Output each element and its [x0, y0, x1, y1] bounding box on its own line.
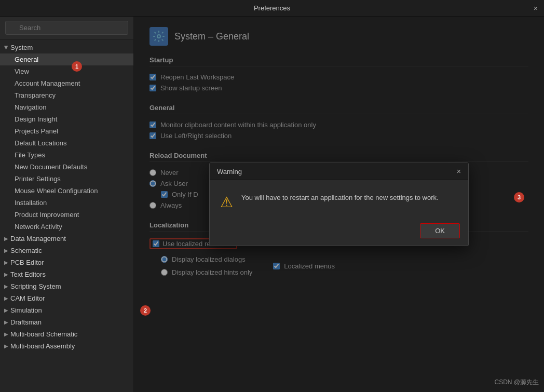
watermark: CSDN @源先生 [494, 378, 539, 387]
content-area: System – General Startup Reopen Last Wor… [134, 17, 544, 392]
sidebar-group-header-schematic[interactable]: ▶ Schematic [0, 245, 133, 256]
sidebar-group-simulation: ▶ Simulation [0, 304, 133, 316]
arrow-icon: ▶ [4, 295, 8, 301]
arrow-icon: ▶ [4, 319, 8, 325]
sidebar-group-pcb-editor: ▶ PCB Editor [0, 256, 133, 268]
dialog-overlay: Warning × ⚠ You will have to restart an … [134, 17, 544, 392]
sidebar-group-items-system: General View Account Management Transpar… [0, 53, 133, 233]
sidebar-content: ▶ System General View Account Management… [0, 39, 133, 392]
sidebar-group-header-cam[interactable]: ▶ CAM Editor [0, 292, 133, 304]
sidebar-item-installation[interactable]: Installation [0, 197, 133, 209]
dialog-footer: OK [210, 219, 468, 246]
sidebar-item-printer-settings[interactable]: Printer Settings [0, 173, 133, 185]
sidebar-group-header-system[interactable]: ▶ System [0, 42, 133, 53]
sidebar-group-label-scripting: Scripting System [10, 282, 61, 290]
dialog-ok-button[interactable]: OK [420, 223, 460, 238]
sidebar-group-label-schematic: Schematic [10, 247, 42, 254]
sidebar-item-product-improvement[interactable]: Product Improvement [0, 209, 133, 221]
sidebar-group-label-draftsman: Draftsman [10, 318, 42, 326]
badge-3: 3 [514, 192, 524, 202]
sidebar-group-label-cam: CAM Editor [10, 294, 45, 302]
search-wrapper: 🔍 [5, 21, 128, 35]
sidebar: 🔍 ▶ System General View Account Manageme… [0, 17, 134, 392]
sidebar-group-header-draftsman[interactable]: ▶ Draftsman [0, 316, 133, 328]
arrow-icon: ▶ [4, 236, 8, 241]
dialog-close-button[interactable]: × [457, 167, 461, 175]
sidebar-item-new-document-defaults[interactable]: New Document Defaults [0, 161, 133, 173]
sidebar-group-header-pcb-editor[interactable]: ▶ PCB Editor [0, 256, 133, 268]
sidebar-group-header-multiboard-assembly[interactable]: ▶ Multi-board Assembly [0, 340, 133, 352]
main-layout: 🔍 ▶ System General View Account Manageme… [0, 17, 544, 392]
search-input[interactable] [5, 21, 128, 35]
sidebar-group-label-simulation: Simulation [10, 306, 42, 314]
sidebar-item-network-activity[interactable]: Network Activity [0, 221, 133, 233]
arrow-icon: ▶ [4, 283, 8, 289]
dialog-title-bar: Warning × [210, 163, 468, 180]
search-box: 🔍 [0, 17, 133, 39]
dialog-body: ⚠ You will have to restart an applicatio… [210, 180, 468, 219]
sidebar-group-header-scripting[interactable]: ▶ Scripting System [0, 280, 133, 292]
window-close-button[interactable]: × [534, 4, 538, 12]
arrow-icon: ▶ [4, 248, 8, 253]
arrow-icon: ▶ [4, 331, 8, 337]
sidebar-group-scripting: ▶ Scripting System [0, 280, 133, 292]
arrow-icon: ▶ [4, 260, 8, 265]
sidebar-group-label-system: System [10, 44, 33, 51]
sidebar-item-file-types[interactable]: File Types [0, 149, 133, 161]
sidebar-group-label-text-editors: Text Editors [10, 271, 46, 278]
sidebar-item-account-management[interactable]: Account Management [0, 77, 133, 89]
sidebar-item-view[interactable]: View [0, 65, 133, 77]
warning-icon: ⚠ [220, 194, 233, 211]
sidebar-group-draftsman: ▶ Draftsman [0, 316, 133, 328]
sidebar-item-design-insight[interactable]: Design Insight [0, 113, 133, 125]
sidebar-item-transparency[interactable]: Transparency [0, 89, 133, 101]
sidebar-group-schematic: ▶ Schematic [0, 245, 133, 256]
sidebar-group-system: ▶ System General View Account Management… [0, 42, 133, 233]
badge-1: 1 [72, 61, 82, 72]
sidebar-item-mouse-wheel[interactable]: Mouse Wheel Configuration [0, 185, 133, 197]
sidebar-group-label-multiboard-assembly: Multi-board Assembly [10, 342, 75, 350]
sidebar-group-cam-editor: ▶ CAM Editor [0, 292, 133, 304]
arrow-icon: ▶ [4, 343, 8, 349]
sidebar-item-projects-panel[interactable]: Projects Panel [0, 125, 133, 137]
window-title: Preferences [254, 4, 290, 12]
sidebar-item-general[interactable]: General [0, 53, 133, 65]
sidebar-group-header-text-editors[interactable]: ▶ Text Editors [0, 268, 133, 280]
arrow-icon: ▶ [4, 46, 9, 50]
title-bar: Preferences × [0, 0, 544, 17]
arrow-icon: ▶ [4, 272, 8, 277]
sidebar-group-data-management: ▶ Data Management [0, 233, 133, 245]
sidebar-group-multiboard-assembly: ▶ Multi-board Assembly [0, 340, 133, 352]
sidebar-group-label: Data Management [10, 235, 66, 242]
sidebar-group-header-data-management[interactable]: ▶ Data Management [0, 233, 133, 245]
sidebar-group-label-multiboard-schematic: Multi-board Schematic [10, 330, 77, 338]
dialog-message: You will have to restart an application … [241, 193, 439, 203]
dialog-title: Warning [217, 168, 242, 175]
sidebar-group-label-pcb: PCB Editor [10, 259, 44, 266]
sidebar-group-header-simulation[interactable]: ▶ Simulation [0, 304, 133, 316]
warning-dialog: Warning × ⚠ You will have to restart an … [209, 163, 469, 246]
badge-2: 2 [140, 305, 151, 316]
sidebar-group-header-multiboard-schematic[interactable]: ▶ Multi-board Schematic [0, 328, 133, 340]
sidebar-group-text-editors: ▶ Text Editors [0, 268, 133, 280]
sidebar-item-navigation[interactable]: Navigation [0, 101, 133, 113]
arrow-icon: ▶ [4, 307, 8, 313]
sidebar-item-default-locations[interactable]: Default Locations [0, 137, 133, 149]
sidebar-group-multiboard-schematic: ▶ Multi-board Schematic [0, 328, 133, 340]
